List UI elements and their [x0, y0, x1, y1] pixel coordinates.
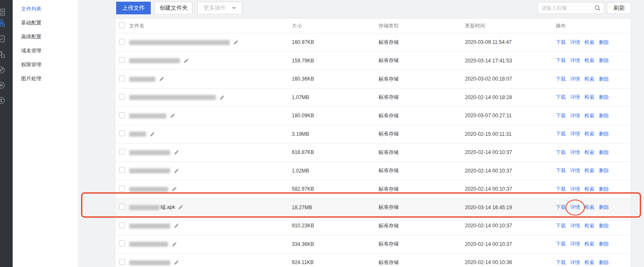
action-details[interactable]: 详情	[570, 149, 580, 156]
action-download[interactable]: 下载	[556, 259, 566, 266]
action-delete[interactable]: 删除	[599, 204, 609, 211]
sidebar-item-0[interactable]: 文件列表	[13, 2, 78, 16]
row-checkbox[interactable]	[119, 130, 125, 136]
row-checkbox[interactable]	[119, 204, 125, 210]
action-download[interactable]: 下载	[556, 167, 566, 174]
billing-icon[interactable]	[0, 97, 7, 106]
action-download[interactable]: 下载	[556, 186, 566, 193]
action-download[interactable]: 下载	[556, 94, 566, 101]
action-retrieve[interactable]: 检索	[584, 222, 595, 229]
row-checkbox[interactable]	[119, 149, 125, 155]
sidebar-item-4[interactable]: 权限管理	[13, 58, 78, 72]
edit-icon[interactable]	[174, 223, 179, 229]
action-retrieve[interactable]: 检索	[584, 240, 595, 248]
row-checkbox[interactable]	[119, 94, 125, 100]
action-details[interactable]: 详情	[570, 112, 580, 119]
sidebar-item-2[interactable]: 高级配置	[13, 30, 78, 44]
row-checkbox[interactable]	[119, 112, 125, 118]
action-delete[interactable]: 删除	[599, 240, 609, 248]
action-retrieve[interactable]: 检索	[584, 186, 595, 193]
row-checkbox[interactable]	[119, 186, 125, 191]
action-delete[interactable]: 删除	[599, 76, 609, 83]
row-checkbox[interactable]	[119, 259, 125, 265]
edit-icon[interactable]	[159, 76, 164, 82]
action-delete[interactable]: 删除	[599, 112, 609, 119]
action-download[interactable]: 下载	[556, 240, 566, 248]
action-download[interactable]: 下载	[556, 204, 566, 211]
edit-icon[interactable]	[183, 58, 189, 64]
action-retrieve[interactable]: 检索	[584, 94, 595, 101]
action-details[interactable]: 详情	[570, 167, 580, 174]
action-retrieve[interactable]: 检索	[584, 76, 595, 83]
action-retrieve[interactable]: 检索	[584, 259, 595, 266]
edit-icon[interactable]	[174, 150, 179, 155]
products-icon[interactable]	[0, 19, 7, 29]
action-details[interactable]: 详情	[570, 76, 580, 83]
action-delete[interactable]: 删除	[599, 167, 609, 174]
action-download[interactable]: 下载	[556, 39, 566, 46]
action-delete[interactable]: 删除	[599, 39, 609, 46]
prefix-search-input[interactable]	[538, 3, 592, 13]
table-row: 180.09KB 标准存储 2020-03-07 00:27:11 下载详情检索…	[115, 106, 631, 125]
edit-icon[interactable]	[219, 95, 225, 100]
action-retrieve[interactable]: 检索	[584, 130, 595, 138]
action-details[interactable]: 详情	[570, 259, 580, 266]
edit-icon[interactable]	[178, 205, 183, 210]
search-icon[interactable]	[594, 5, 601, 11]
action-download[interactable]: 下载	[556, 130, 566, 138]
row-checkbox[interactable]	[119, 57, 125, 63]
action-details-circled[interactable]: 详情	[570, 204, 580, 211]
compass-icon[interactable]	[0, 66, 7, 76]
edit-icon[interactable]	[233, 40, 239, 45]
row-checkbox[interactable]	[119, 240, 125, 246]
action-retrieve[interactable]: 检索	[584, 204, 595, 211]
edit-icon[interactable]	[171, 186, 177, 192]
action-delete[interactable]: 删除	[599, 94, 609, 101]
action-delete[interactable]: 删除	[599, 130, 609, 138]
action-download[interactable]: 下载	[556, 112, 566, 119]
edit-icon[interactable]	[170, 113, 175, 119]
sidebar-item-5[interactable]: 图片处理	[13, 72, 78, 86]
action-retrieve[interactable]: 检索	[584, 57, 595, 64]
action-retrieve[interactable]: 检索	[584, 112, 595, 119]
action-delete[interactable]: 删除	[599, 149, 609, 156]
row-checkbox[interactable]	[119, 76, 125, 81]
action-delete[interactable]: 删除	[599, 222, 609, 229]
action-details[interactable]: 详情	[570, 186, 580, 193]
action-delete[interactable]: 删除	[599, 259, 609, 266]
action-details[interactable]: 详情	[570, 57, 580, 64]
edit-icon[interactable]	[174, 260, 179, 265]
action-details[interactable]: 详情	[570, 240, 580, 248]
select-all-checkbox[interactable]	[119, 22, 125, 28]
edit-icon[interactable]	[149, 132, 155, 137]
refresh-button[interactable]: 刷新	[607, 2, 631, 14]
action-details[interactable]: 详情	[570, 222, 580, 229]
action-details[interactable]: 详情	[570, 94, 580, 101]
storage-class: 标准存储	[378, 222, 465, 229]
edit-icon[interactable]	[171, 242, 177, 247]
action-download[interactable]: 下载	[556, 76, 566, 83]
row-checkbox[interactable]	[119, 222, 125, 228]
task-icon[interactable]	[0, 35, 7, 44]
row-checkbox[interactable]	[119, 39, 125, 45]
action-download[interactable]: 下载	[556, 57, 566, 64]
action-retrieve[interactable]: 检索	[584, 39, 595, 46]
action-retrieve[interactable]: 检索	[584, 149, 595, 156]
share-icon[interactable]	[0, 51, 7, 60]
action-download[interactable]: 下载	[556, 222, 566, 229]
row-checkbox[interactable]	[119, 167, 125, 173]
action-delete[interactable]: 删除	[599, 186, 609, 193]
more-actions-dropdown[interactable]: 更多操作	[197, 2, 242, 14]
list-circle-icon[interactable]	[0, 81, 7, 91]
action-details[interactable]: 详情	[570, 39, 580, 46]
edit-icon[interactable]	[174, 168, 179, 174]
sidebar-item-1[interactable]: 基础配置	[13, 16, 78, 30]
sidebar-item-3[interactable]: 域名管理	[13, 44, 78, 58]
action-retrieve[interactable]: 检索	[584, 167, 595, 174]
upload-file-button[interactable]: 上传文件	[116, 2, 151, 14]
action-delete[interactable]: 删除	[599, 57, 609, 64]
create-folder-button[interactable]: 创建文件夹	[155, 2, 193, 14]
dashboard-icon[interactable]	[0, 8, 7, 18]
action-download[interactable]: 下载	[556, 149, 566, 156]
action-details[interactable]: 详情	[570, 130, 580, 138]
